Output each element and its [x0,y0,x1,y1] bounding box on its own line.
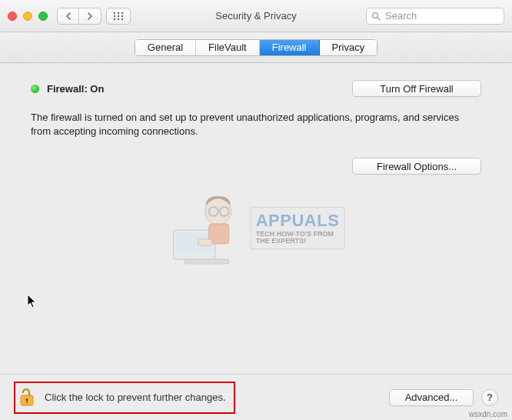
svg-rect-17 [209,224,229,244]
content-area: Firewall: On Turn Off Firewall The firew… [0,63,512,374]
watermark: APPUALS TECH HOW-TO'S FROM THE EXPERTS! [168,185,345,270]
firewall-options-button[interactable]: Firewall Options... [352,158,481,175]
tab-firewall[interactable]: Firewall [260,40,320,55]
firewall-status-row: Firewall: On Turn Off Firewall [31,80,481,97]
svg-point-4 [118,15,119,16]
help-button[interactable]: ? [481,389,498,406]
preferences-window: Security & Privacy General FileVault Fir… [0,0,512,420]
lock-open-icon [18,388,35,408]
watermark-sub1: TECH HOW-TO'S FROM [256,231,334,238]
status-indicator-icon [31,85,39,93]
lock-area[interactable]: Click the lock to prevent further change… [14,382,235,414]
svg-point-0 [114,12,115,13]
advanced-button[interactable]: Advanced... [389,389,474,406]
svg-point-15 [220,207,229,216]
svg-point-13 [205,198,231,225]
titlebar: Security & Privacy [0,0,512,32]
tabs: General FileVault Firewall Privacy [135,39,377,56]
watermark-mascot-icon [168,185,244,270]
svg-point-8 [121,18,123,19]
svg-point-3 [114,15,115,16]
watermark-title: APPUALS [256,211,340,231]
svg-rect-19 [185,259,229,264]
minimize-window-button[interactable] [23,12,32,21]
lock-text: Click the lock to prevent further change… [45,392,226,403]
show-all-button[interactable] [106,8,131,25]
grid-icon [113,12,124,21]
search-field[interactable] [366,8,504,25]
chevron-right-icon [87,12,93,20]
watermark-sub2: THE EXPERTS! [256,238,307,245]
svg-point-2 [121,12,123,13]
svg-rect-11 [174,230,215,259]
back-button[interactable] [58,8,79,24]
svg-rect-22 [26,400,28,403]
chevron-left-icon [65,12,71,20]
svg-point-7 [118,18,119,19]
cursor-icon [27,294,38,309]
window-controls [8,12,48,21]
firewall-status-label: Firewall: On [47,83,104,95]
turn-off-firewall-button[interactable]: Turn Off Firewall [352,80,481,97]
tab-privacy[interactable]: Privacy [320,40,377,55]
svg-rect-12 [177,233,212,253]
zoom-window-button[interactable] [38,12,48,21]
search-icon [371,12,381,21]
search-input[interactable] [385,10,499,22]
forward-button[interactable] [79,8,101,24]
svg-point-5 [121,15,123,16]
svg-point-1 [118,12,119,13]
svg-point-14 [209,207,218,216]
tab-general[interactable]: General [135,40,196,55]
tab-bar: General FileVault Firewall Privacy [0,32,512,63]
footer: Click the lock to prevent further change… [0,374,512,420]
tab-filevault[interactable]: FileVault [196,40,260,55]
close-window-button[interactable] [8,12,17,21]
nav-back-forward [57,8,101,25]
svg-rect-18 [198,239,212,245]
svg-line-10 [377,17,380,19]
site-credit: wsxdn.com [469,410,507,418]
svg-point-6 [114,18,115,19]
firewall-description: The firewall is turned on and set up to … [31,111,461,138]
